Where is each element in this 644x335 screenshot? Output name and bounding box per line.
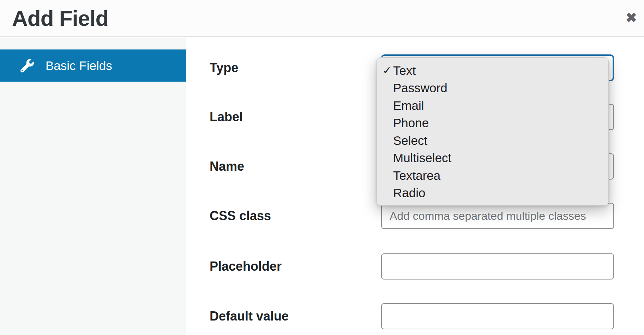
form-row-css-class: CSS class: [210, 203, 614, 229]
add-field-modal: Add Field ✖ Basic Fields Type Label Name…: [0, 0, 644, 335]
dropdown-item-email[interactable]: Email: [377, 97, 608, 114]
field-label-default-value: Default value: [210, 309, 381, 324]
type-dropdown-menu: ✓ Text Password Email Phone Select Multi…: [377, 57, 609, 206]
modal-title: Add Field: [12, 6, 108, 31]
dropdown-item-textarea[interactable]: Textarea: [377, 167, 608, 184]
css-class-input[interactable]: [381, 203, 614, 229]
field-label-name: Name: [210, 159, 381, 174]
field-label-placeholder: Placeholder: [210, 259, 381, 274]
dropdown-item-label: Password: [393, 81, 447, 95]
dropdown-item-label: Phone: [393, 116, 429, 130]
dropdown-item-label: Multiselect: [393, 151, 451, 165]
close-icon: ✖: [626, 11, 637, 24]
field-label-label: Label: [210, 110, 381, 124]
dropdown-item-label: Email: [393, 99, 424, 113]
dropdown-item-multiselect[interactable]: Multiselect: [377, 149, 608, 167]
dropdown-item-label: Textarea: [393, 169, 440, 183]
dropdown-item-radio[interactable]: Radio: [377, 184, 608, 202]
sidebar-item-label: Basic Fields: [46, 59, 112, 73]
default-value-input[interactable]: [381, 303, 614, 329]
field-label-type: Type: [210, 60, 381, 75]
dropdown-item-select[interactable]: Select: [377, 132, 608, 149]
form-row-default-value: Default value: [210, 303, 614, 329]
dropdown-item-text[interactable]: ✓ Text: [377, 62, 608, 80]
dropdown-item-label: Select: [393, 134, 427, 148]
modal-header: Add Field ✖: [0, 0, 644, 37]
dropdown-item-password[interactable]: Password: [377, 80, 608, 97]
checkmark-icon: ✓: [383, 64, 392, 77]
placeholder-input[interactable]: [381, 253, 614, 280]
dropdown-item-label: Text: [393, 64, 416, 78]
close-button[interactable]: ✖: [622, 8, 640, 27]
dropdown-item-label: Radio: [393, 186, 425, 200]
dropdown-item-phone[interactable]: Phone: [377, 114, 608, 132]
sidebar: Basic Fields: [0, 38, 186, 335]
wrench-icon: [20, 59, 34, 73]
form-row-placeholder: Placeholder: [210, 253, 614, 280]
sidebar-item-basic-fields[interactable]: Basic Fields: [0, 49, 186, 82]
field-label-css-class: CSS class: [210, 208, 381, 223]
